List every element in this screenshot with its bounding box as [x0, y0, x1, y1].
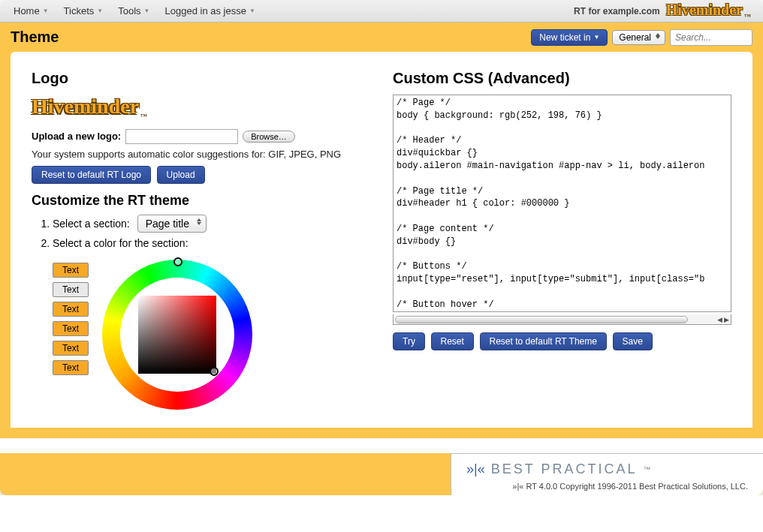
sv-marker[interactable]	[210, 367, 219, 376]
bp-arrows-icon: »|«	[466, 461, 485, 477]
chevron-down-icon: ▼	[97, 8, 103, 14]
step-1: Select a section: Page title	[53, 215, 370, 233]
reset-css-button[interactable]: Reset	[431, 332, 474, 350]
saturation-value-box[interactable]	[138, 296, 216, 374]
swatch-2[interactable]: Text	[53, 282, 89, 297]
customize-heading: Customize the RT theme	[32, 193, 370, 209]
swatch-6[interactable]: Text	[53, 360, 89, 375]
browse-button[interactable]: Browse…	[243, 131, 295, 143]
bestpractical-logo: »|« BEST PRACTICAL™	[466, 461, 748, 477]
save-button[interactable]: Save	[613, 332, 653, 350]
page-header: Theme New ticket in▼ General	[0, 23, 763, 52]
chevron-down-icon: ▼	[43, 8, 49, 14]
footer-area: »|« BEST PRACTICAL™ »|« RT 4.0.0 Copyrig…	[0, 453, 763, 495]
logo-customize-column: Logo Hiveminder™ Upload a new logo: Brow…	[32, 70, 370, 410]
menu-user[interactable]: Logged in as jesse▼	[158, 1, 263, 21]
try-button[interactable]: Try	[393, 332, 425, 350]
reset-logo-button[interactable]: Reset to default RT Logo	[32, 166, 151, 184]
color-wheel-picker[interactable]	[102, 260, 252, 410]
section-select[interactable]: Page title	[137, 215, 207, 233]
page-title: Theme	[11, 29, 531, 46]
swatch-3[interactable]: Text	[53, 302, 89, 317]
search-input[interactable]	[670, 29, 752, 46]
queue-select[interactable]: General	[612, 30, 665, 45]
upload-button[interactable]: Upload	[157, 166, 205, 184]
hue-marker[interactable]	[173, 257, 182, 266]
reset-theme-button[interactable]: Reset to default RT Theme	[480, 332, 607, 350]
upload-label: Upload a new logo:	[32, 131, 121, 142]
menu-tickets[interactable]: Tickets▼	[56, 1, 111, 21]
menu-tools[interactable]: Tools▼	[110, 1, 157, 21]
css-heading: Custom CSS (Advanced)	[393, 70, 731, 87]
logo-heading: Logo	[32, 70, 370, 87]
css-textarea[interactable]	[393, 95, 731, 312]
copyright-text: »|« RT 4.0.0 Copyright 1996-2011 Best Pr…	[466, 482, 748, 491]
scroll-left-icon[interactable]: ◀	[717, 316, 722, 323]
swatch-5[interactable]: Text	[53, 341, 89, 356]
swatch-4[interactable]: Text	[53, 321, 89, 336]
new-ticket-button[interactable]: New ticket in▼	[531, 29, 608, 46]
upload-help-text: Your system supports automatic color sug…	[32, 149, 370, 160]
custom-css-column: Custom CSS (Advanced) ◀ ▶ Try Reset Rese…	[393, 70, 731, 410]
brand-logo-large: Hiveminder™	[32, 95, 147, 120]
brand-logo-small: Hiveminder™	[666, 2, 757, 20]
swatch-1[interactable]: Text	[53, 263, 89, 278]
footer-box: »|« BEST PRACTICAL™ »|« RT 4.0.0 Copyrig…	[451, 453, 763, 495]
horizontal-scrollbar[interactable]: ◀ ▶	[393, 314, 731, 325]
scrollbar-thumb[interactable]	[395, 316, 688, 323]
color-presets: Text Text Text Text Text Text	[53, 263, 89, 375]
rt-instance-label: RT for example.com	[574, 6, 660, 17]
menu-home[interactable]: Home▼	[6, 1, 56, 21]
chevron-down-icon: ▼	[144, 8, 150, 14]
upload-path-input[interactable]	[125, 129, 238, 144]
scroll-right-icon[interactable]: ▶	[724, 316, 729, 323]
top-menubar: Home▼ Tickets▼ Tools▼ Logged in as jesse…	[0, 0, 763, 23]
chevron-down-icon: ▼	[249, 8, 255, 14]
step-2: Select a color for the section:	[53, 237, 370, 249]
